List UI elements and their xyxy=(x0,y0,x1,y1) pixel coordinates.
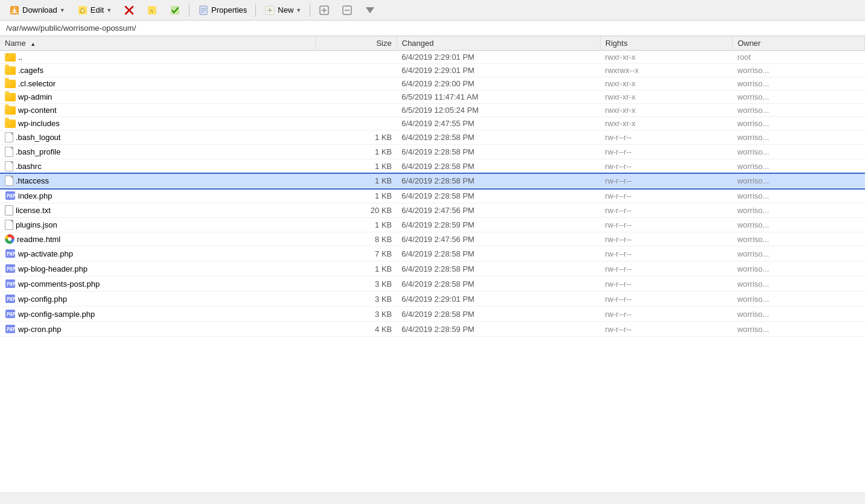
file-rights-cell: rw-r--r-- xyxy=(600,174,732,188)
table-row[interactable]: plugins.json 1 KB 6/4/2019 2:28:59 PM rw… xyxy=(0,218,865,232)
table-header: Name ▲ Size Changed Rights Owner xyxy=(0,36,865,51)
file-changed-cell: 6/4/2019 2:47:56 PM xyxy=(397,232,600,246)
file-size-cell xyxy=(315,117,397,130)
file-size-cell: 1 KB xyxy=(315,174,397,188)
file-size-cell xyxy=(315,64,397,77)
table-row[interactable]: .bash_profile 1 KB 6/4/2019 2:28:58 PM r… xyxy=(0,145,865,159)
file-owner-cell: worriso... xyxy=(732,276,864,292)
file-owner-cell: worriso... xyxy=(732,174,864,188)
properties-icon xyxy=(198,5,209,16)
file-name-cell: PHP wp-activate.php xyxy=(0,246,315,261)
php-icon: PHP xyxy=(5,190,16,201)
file-name-cell: license.txt xyxy=(0,203,315,218)
svg-point-24 xyxy=(8,237,11,241)
file-name: wp-cron.php xyxy=(18,325,62,334)
file-owner-cell: worriso... xyxy=(732,130,864,145)
table-row[interactable]: wp-admin 6/5/2019 11:47:41 AM rwxr-xr-x … xyxy=(0,91,865,104)
properties-button[interactable]: Properties xyxy=(193,2,252,18)
table-row[interactable]: PHP wp-comments-post.php 3 KB 6/4/2019 2… xyxy=(0,276,865,292)
download-button[interactable]: Download ▼ xyxy=(4,2,71,18)
file-rights-cell: rwxrwx--x xyxy=(600,64,732,77)
download-arrow: ▼ xyxy=(60,7,65,13)
plus-button[interactable] xyxy=(313,2,335,18)
check-button[interactable] xyxy=(164,2,186,18)
address-text: /var/www/public/worrisome-opossum/ xyxy=(6,24,136,33)
table-row[interactable]: PHP index.php 1 KB 6/4/2019 2:28:58 PM r… xyxy=(0,188,865,203)
file-size-cell xyxy=(315,51,397,64)
file-size-cell: 3 KB xyxy=(315,292,397,307)
table-row[interactable]: .. 6/4/2019 2:29:01 PM rwxr-xr-x root xyxy=(0,51,865,64)
download-label: Download xyxy=(22,5,57,14)
delete-button[interactable] xyxy=(118,2,140,18)
properties-label: Properties xyxy=(211,5,247,14)
table-row[interactable]: readme.html 8 KB 6/4/2019 2:47:56 PM rw-… xyxy=(0,232,865,246)
file-name-cell: PHP index.php xyxy=(0,188,315,203)
table-row[interactable]: .cl.selector 6/4/2019 2:29:00 PM rwxr-xr… xyxy=(0,77,865,91)
file-list-container[interactable]: Name ▲ Size Changed Rights Owner xyxy=(0,36,865,492)
new-icon xyxy=(264,5,275,16)
php-icon: PHP xyxy=(5,278,16,289)
file-size-cell: 20 KB xyxy=(315,203,397,218)
file-name: wp-config.php xyxy=(18,295,67,304)
separator-3 xyxy=(310,4,310,17)
file-name: license.txt xyxy=(16,206,51,215)
file-size-cell: 1 KB xyxy=(315,218,397,232)
file-changed-cell: 6/4/2019 2:47:56 PM xyxy=(397,203,600,218)
table-row[interactable]: wp-content 6/5/2019 12:05:24 PM rwxr-xr-… xyxy=(0,104,865,117)
file-changed-cell: 6/4/2019 2:28:58 PM xyxy=(397,246,600,261)
file-changed-cell: 6/5/2019 12:05:24 PM xyxy=(397,104,600,117)
file-name: wp-includes xyxy=(18,119,60,128)
file-name-cell: PHP wp-comments-post.php xyxy=(0,276,315,292)
table-row[interactable]: PHP wp-blog-header.php 1 KB 6/4/2019 2:2… xyxy=(0,261,865,276)
table-row[interactable]: .cagefs 6/4/2019 2:29:01 PM rwxrwx--x wo… xyxy=(0,64,865,77)
file-name-cell: wp-admin xyxy=(0,91,315,104)
file-name-cell: .bash_logout xyxy=(0,130,315,145)
rename-button[interactable]: A xyxy=(141,2,163,18)
download-to-button[interactable] xyxy=(359,2,381,18)
file-size-cell: 7 KB xyxy=(315,246,397,261)
col-header-rights[interactable]: Rights xyxy=(600,36,732,51)
file-changed-cell: 6/4/2019 2:29:01 PM xyxy=(397,64,600,77)
file-size-cell: 8 KB xyxy=(315,232,397,246)
edit-arrow: ▼ xyxy=(106,7,112,13)
file-name: wp-comments-post.php xyxy=(18,279,100,289)
svg-text:PHP: PHP xyxy=(7,194,16,199)
file-owner-cell: worriso... xyxy=(732,145,864,159)
file-size-cell: 1 KB xyxy=(315,261,397,276)
rename-icon: A xyxy=(147,5,158,16)
col-header-changed[interactable]: Changed xyxy=(397,36,600,51)
file-rights-cell: rw-r--r-- xyxy=(600,145,732,159)
col-header-name[interactable]: Name ▲ xyxy=(0,36,315,51)
table-row[interactable]: PHP wp-cron.php 4 KB 6/4/2019 2:28:59 PM… xyxy=(0,322,865,337)
new-button[interactable]: New ▼ xyxy=(259,2,307,18)
file-owner-cell: worriso... xyxy=(732,218,864,232)
col-header-owner[interactable]: Owner xyxy=(732,36,864,51)
minus-button[interactable] xyxy=(336,2,358,18)
edit-label: Edit xyxy=(91,5,104,14)
file-owner-cell: worriso... xyxy=(732,292,864,307)
table-row[interactable]: wp-includes 6/4/2019 2:47:55 PM rwxr-xr-… xyxy=(0,117,865,130)
table-row[interactable]: PHP wp-config-sample.php 3 KB 6/4/2019 2… xyxy=(0,307,865,322)
table-row[interactable]: .bash_logout 1 KB 6/4/2019 2:28:58 PM rw… xyxy=(0,130,865,145)
table-row[interactable]: PHP wp-activate.php 7 KB 6/4/2019 2:28:5… xyxy=(0,246,865,261)
file-name-cell: readme.html xyxy=(0,232,315,246)
file-name: .bash_profile xyxy=(16,147,60,156)
chrome-icon xyxy=(5,234,14,244)
file-owner-cell: worriso... xyxy=(732,188,864,203)
svg-text:PHP: PHP xyxy=(7,327,16,333)
edit-button[interactable]: Edit ▼ xyxy=(72,2,117,18)
file-icon xyxy=(5,176,13,186)
col-header-size[interactable]: Size xyxy=(315,36,397,51)
table-row[interactable]: .htaccess 1 KB 6/4/2019 2:28:58 PM rw-r-… xyxy=(0,174,865,188)
separator-2 xyxy=(255,4,256,17)
folder-icon xyxy=(5,106,16,115)
file-owner-cell: worriso... xyxy=(732,91,864,104)
file-name-cell: PHP wp-config.php xyxy=(0,292,315,307)
file-owner-cell: worriso... xyxy=(732,64,864,77)
table-row[interactable]: license.txt 20 KB 6/4/2019 2:47:56 PM rw… xyxy=(0,203,865,218)
table-row[interactable]: PHP wp-config.php 3 KB 6/4/2019 2:29:01 … xyxy=(0,292,865,307)
address-bar: /var/www/public/worrisome-opossum/ xyxy=(0,21,865,36)
file-size-cell: 3 KB xyxy=(315,276,397,292)
table-row[interactable]: .bashrc 1 KB 6/4/2019 2:28:58 PM rw-r--r… xyxy=(0,159,865,174)
file-rights-cell: rw-r--r-- xyxy=(600,292,732,307)
